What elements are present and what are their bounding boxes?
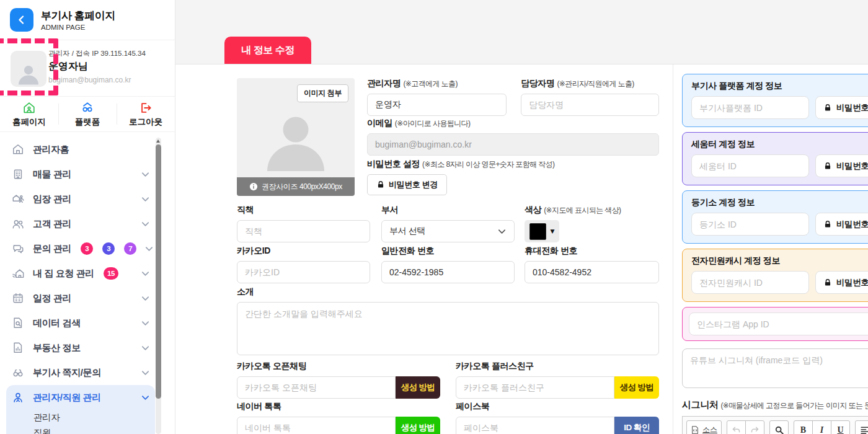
scrollbar-thumb[interactable] xyxy=(156,144,161,399)
naver-howto-button[interactable]: 생성 방법 xyxy=(396,417,440,434)
doc-search-icon xyxy=(11,317,25,329)
quick-logout-button[interactable]: 로그아웃 xyxy=(117,97,175,131)
kakao-open-label: 카카오톡 오픈채팅 xyxy=(237,361,440,372)
info-icon xyxy=(249,182,258,191)
mobile-input[interactable] xyxy=(525,261,659,283)
admin-name-input[interactable] xyxy=(367,94,507,116)
sidebar-item-home[interactable]: 관리자홈 xyxy=(6,137,155,162)
count-badge: 7 xyxy=(124,242,136,255)
chevron-down-icon xyxy=(141,294,150,303)
sidebar-item-building[interactable]: 매물 관리 xyxy=(6,162,155,187)
naver-talk-label: 네이버 톡톡 xyxy=(237,401,440,412)
chevron-down-icon xyxy=(141,195,150,204)
account-id-input[interactable] xyxy=(691,271,809,294)
quick-homepage-button[interactable]: 홈페이지 xyxy=(0,97,58,131)
signature-label: 시그니처(※매물상세에 고정으로 들어가는 이미지 또는 문구) xyxy=(682,399,868,411)
manager-name-input[interactable] xyxy=(521,94,659,116)
editor-underline-button[interactable]: U xyxy=(831,420,850,434)
sidebar-menu: 관리자홈매물 관리임장 관리고객 관리문의 관리337내 집 요청 관리15일정… xyxy=(6,137,155,434)
admin-name-label: 관리자명(※고객에게 노출) xyxy=(367,78,507,89)
editor-source-button[interactable]: 소스 xyxy=(686,420,722,434)
color-picker[interactable]: ▼ xyxy=(525,220,559,242)
intro-textarea[interactable] xyxy=(237,302,659,355)
sidebar-item-chat[interactable]: 문의 관리337 xyxy=(6,236,155,261)
chevron-left-icon xyxy=(17,15,27,25)
sidebar-subitem[interactable]: 직원 xyxy=(6,425,155,434)
tab-edit-my-info[interactable]: 내 정보 수정 xyxy=(224,37,311,64)
chevron-down-icon xyxy=(141,170,150,179)
quick-actions: 홈페이지플랫폼로그아웃 xyxy=(0,97,175,132)
editor-undo-button[interactable] xyxy=(727,420,746,434)
house-walk-icon xyxy=(11,193,25,205)
sidebar-item-doc-chart[interactable]: 부동산 정보 xyxy=(6,335,155,360)
account-id-input[interactable] xyxy=(691,213,809,236)
profile-role: 관리자 / 접속 IP 39.115.145.34 xyxy=(48,49,146,58)
scroll-up-icon[interactable] xyxy=(156,140,160,143)
quick-platform-button[interactable]: 플랫폼 xyxy=(58,97,117,131)
change-password-button[interactable]: 비밀번호 변경 xyxy=(367,174,447,195)
editor-align-left-button[interactable] xyxy=(855,420,868,434)
sidebar-scrollbar[interactable] xyxy=(156,138,161,434)
position-input[interactable] xyxy=(237,220,370,242)
sidebar-item-doc-search[interactable]: 데이터 검색 xyxy=(6,311,155,335)
undo-icon xyxy=(732,425,741,434)
lock-icon xyxy=(823,278,832,287)
facebook-id-check-button[interactable]: ID 확인 xyxy=(614,417,659,434)
account-box: 세움터 계정 정보비밀번호 변경 xyxy=(682,132,868,185)
logo-row: 부기사 홈페이지 ADMIN PAGE xyxy=(0,0,175,40)
kakao-plus-input[interactable] xyxy=(456,376,614,399)
kakao-id-label: 카카오ID xyxy=(237,246,370,257)
my-info-form: 이미지 첨부 권장사이즈 400pxX400px 관리자명(※고객에게 노출) … xyxy=(237,78,659,425)
profile-photo-box: 이미지 첨부 권장사이즈 400pxX400px xyxy=(237,78,355,196)
color-swatch xyxy=(529,223,546,240)
department-select[interactable]: 부서 선택 xyxy=(381,220,515,242)
sidebar-item-users[interactable]: 고객 관리 xyxy=(6,211,155,236)
sidebar-subitem[interactable]: 관리자 xyxy=(6,410,155,425)
facebook-input[interactable] xyxy=(456,417,614,434)
change-password-button[interactable]: 비밀번호 변경 xyxy=(815,271,868,294)
house-signal-icon xyxy=(11,267,25,280)
avatar[interactable] xyxy=(11,51,46,87)
back-button[interactable] xyxy=(10,8,33,32)
count-badge: 15 xyxy=(104,267,118,280)
editor-find-button[interactable] xyxy=(769,420,789,434)
users-admin-icon xyxy=(11,391,25,404)
phone-input[interactable] xyxy=(381,261,515,283)
naver-talk-input[interactable] xyxy=(237,417,396,434)
change-password-button[interactable]: 비밀번호 변경 xyxy=(815,154,868,177)
account-id-input[interactable] xyxy=(691,154,809,177)
editor-toolbar: 소스 B I U xyxy=(683,417,868,434)
doc-chart-icon xyxy=(11,342,25,354)
change-password-button[interactable]: 비밀번호 변경 xyxy=(815,96,868,119)
kakao-open-input[interactable] xyxy=(237,376,396,399)
editor-redo-button[interactable] xyxy=(745,420,764,434)
dropdown-arrow-icon: ▼ xyxy=(551,228,555,234)
vertical-divider xyxy=(673,64,673,434)
attach-image-button[interactable]: 이미지 첨부 xyxy=(297,84,348,102)
email-input xyxy=(367,133,659,156)
person-icon xyxy=(15,61,42,87)
sidebar-item-users-admin[interactable]: 관리자/직원 관리 xyxy=(6,385,155,410)
sidebar-item-calendar[interactable]: 일정 관리 xyxy=(6,286,155,311)
sidebar-item-house-walk[interactable]: 임장 관리 xyxy=(6,187,155,211)
mobile-label: 휴대전화 번호 xyxy=(525,246,659,257)
home-icon xyxy=(11,143,25,156)
kakao-open-howto-button[interactable]: 생성 방법 xyxy=(396,376,440,399)
sidebar-item-house-signal[interactable]: 내 집 요청 관리15 xyxy=(6,261,155,286)
phone-label: 일반전화 번호 xyxy=(381,246,515,257)
binoculars-icon xyxy=(11,366,25,379)
facebook-label: 페이스북 xyxy=(456,401,659,412)
youtube-signature-textarea[interactable] xyxy=(682,348,868,388)
editor-italic-button[interactable]: I xyxy=(812,420,831,434)
chevron-down-icon xyxy=(144,244,154,254)
sidebar-item-binoculars[interactable]: 부기사 쪽지/문의 xyxy=(6,360,155,385)
kakao-id-input[interactable] xyxy=(237,261,370,283)
account-box-title: 세움터 계정 정보 xyxy=(691,139,868,150)
instagram-app-id-input[interactable] xyxy=(689,312,868,335)
lock-icon xyxy=(823,220,832,229)
change-password-button[interactable]: 비밀번호 변경 xyxy=(815,213,868,236)
editor-bold-button[interactable]: B xyxy=(794,420,813,434)
kakao-plus-howto-button[interactable]: 생성 방법 xyxy=(614,376,659,399)
homepage-icon xyxy=(22,101,36,115)
account-id-input[interactable] xyxy=(691,96,809,119)
